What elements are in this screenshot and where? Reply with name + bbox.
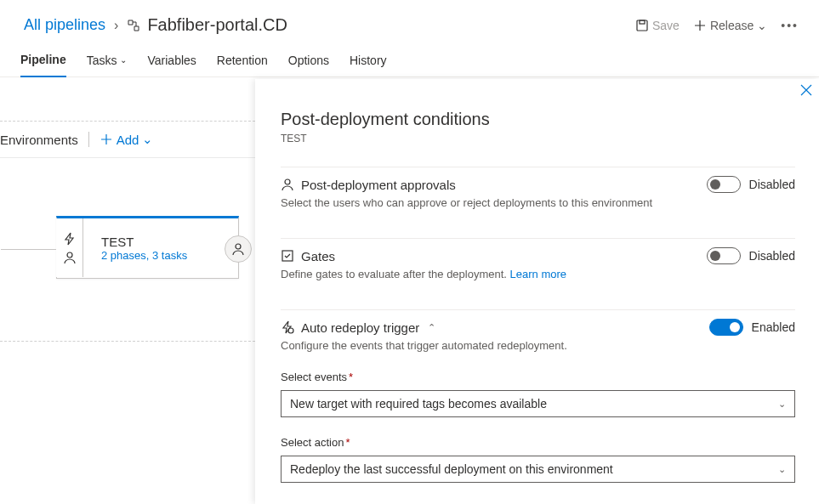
more-actions-button[interactable]: •••	[781, 19, 799, 32]
environments-header: Environments Add ⌄	[0, 121, 255, 158]
select-events-value: New target with required tags becomes av…	[290, 397, 547, 411]
required-indicator: *	[345, 436, 350, 449]
stage-card-test[interactable]: TEST 2 phases, 3 tasks	[56, 216, 239, 279]
tab-pipeline[interactable]: Pipeline	[20, 43, 66, 77]
redeploy-toggle-wrap: Enabled	[709, 319, 795, 336]
plus-icon	[693, 19, 707, 32]
breadcrumb-root-link[interactable]: All pipelines	[24, 16, 105, 34]
svg-rect-0	[637, 20, 647, 31]
pipeline-canvas: Environments Add ⌄ TEST 2 phases, 3 task…	[0, 93, 255, 504]
post-deployment-panel: Post-deployment conditions TEST Post-dep…	[255, 79, 819, 504]
environments-label: Environments	[0, 133, 78, 147]
add-environment-button[interactable]: Add ⌄	[100, 132, 154, 147]
person-icon	[63, 251, 77, 264]
panel-subtitle: TEST	[281, 133, 795, 144]
select-events-label: Select events*	[281, 371, 795, 383]
gates-learn-more-link[interactable]: Learn more	[510, 268, 566, 280]
trigger-icon	[63, 232, 77, 246]
approvals-toggle-wrap: Disabled	[707, 176, 795, 193]
svg-rect-1	[640, 20, 645, 24]
canvas-divider	[0, 341, 255, 342]
required-indicator: *	[349, 371, 353, 383]
redeploy-icon	[281, 320, 294, 334]
pipeline-title-text: Fabfiber-portal.CD	[147, 15, 287, 35]
chevron-down-icon: ⌄	[142, 132, 153, 147]
gates-title-text: Gates	[301, 249, 335, 263]
save-icon	[635, 19, 649, 32]
chevron-down-icon: ⌄	[757, 19, 767, 32]
pipeline-icon	[127, 19, 140, 32]
stage-name: TEST	[101, 235, 187, 249]
section-approvals-header: Post-deployment approvals Disabled	[281, 176, 795, 193]
section-auto-redeploy: Auto redeploy trigger ⌃ Enabled Configur…	[281, 309, 795, 496]
save-label: Save	[652, 19, 680, 32]
tab-options[interactable]: Options	[288, 43, 329, 77]
pre-deployment-conditions-button[interactable]	[56, 218, 83, 277]
select-events-dropdown[interactable]: New target with required tags becomes av…	[281, 390, 795, 417]
add-label: Add	[117, 133, 139, 147]
svg-point-6	[288, 328, 293, 333]
chevron-down-icon: ⌄	[778, 399, 786, 410]
gates-toggle-wrap: Disabled	[707, 247, 795, 264]
approvals-title-text: Post-deployment approvals	[301, 178, 456, 192]
section-gates: Gates Disabled Define gates to evaluate …	[281, 238, 795, 294]
tab-retention[interactable]: Retention	[217, 43, 268, 77]
redeploy-description: Configure the events that trigger automa…	[281, 339, 795, 352]
approvals-toggle[interactable]	[707, 176, 741, 193]
gate-icon	[281, 249, 294, 263]
plus-icon	[100, 133, 113, 146]
gates-description: Define gates to evaluate after the deplo…	[281, 268, 795, 280]
redeploy-title-text: Auto redeploy trigger	[301, 320, 419, 335]
person-icon	[231, 242, 245, 256]
post-deployment-conditions-button[interactable]	[225, 235, 252, 263]
person-icon	[281, 178, 294, 191]
release-label: Release	[710, 19, 754, 32]
close-icon	[800, 84, 812, 96]
chevron-down-icon: ⌄	[778, 464, 786, 475]
gates-toggle[interactable]	[707, 247, 741, 264]
section-approvals-title[interactable]: Post-deployment approvals	[281, 178, 456, 192]
approvals-description: Select the users who can approve or reje…	[281, 196, 795, 209]
svg-point-4	[285, 179, 290, 184]
select-action-label-text: Select action	[281, 436, 344, 449]
stage-body: TEST 2 phases, 3 tasks	[101, 235, 187, 262]
approvals-toggle-state: Disabled	[749, 178, 795, 191]
gates-desc-text: Define gates to evaluate after the deplo…	[281, 268, 510, 280]
tabs: Pipeline Tasks⌄ Variables Retention Opti…	[0, 43, 819, 77]
connector-line	[1, 249, 57, 250]
redeploy-toggle[interactable]	[709, 319, 743, 336]
svg-rect-5	[282, 251, 293, 261]
tab-tasks[interactable]: Tasks⌄	[87, 43, 128, 77]
redeploy-toggle-state: Enabled	[752, 320, 795, 334]
select-action-label: Select action*	[281, 436, 795, 449]
svg-point-3	[236, 244, 241, 249]
tab-tasks-label: Tasks	[87, 54, 117, 67]
select-events-label-text: Select events	[281, 371, 347, 383]
breadcrumb: All pipelines › Fabfiber-portal.CD	[24, 15, 287, 35]
close-panel-button[interactable]	[800, 84, 812, 99]
chevron-down-icon: ⌄	[120, 55, 127, 65]
section-redeploy-header: Auto redeploy trigger ⌃ Enabled	[281, 319, 795, 336]
header-bar: All pipelines › Fabfiber-portal.CD Save …	[0, 0, 819, 43]
release-button[interactable]: Release ⌄	[693, 19, 767, 32]
breadcrumb-separator: ›	[114, 18, 118, 33]
section-gates-header: Gates Disabled	[281, 247, 795, 264]
section-gates-title[interactable]: Gates	[281, 249, 335, 263]
header-actions: Save Release ⌄ •••	[635, 19, 799, 32]
stage-tasks-link[interactable]: 2 phases, 3 tasks	[101, 249, 187, 262]
section-redeploy-title[interactable]: Auto redeploy trigger ⌃	[281, 320, 435, 335]
gates-toggle-state: Disabled	[749, 249, 795, 263]
select-action-dropdown[interactable]: Redeploy the last successful deployment …	[281, 456, 795, 483]
tab-variables[interactable]: Variables	[147, 43, 196, 77]
panel-title: Post-deployment conditions	[281, 110, 795, 129]
svg-point-2	[67, 252, 72, 258]
section-approvals: Post-deployment approvals Disabled Selec…	[281, 167, 795, 223]
chevron-up-icon: ⌃	[428, 322, 435, 333]
save-button[interactable]: Save	[635, 19, 680, 32]
select-action-value: Redeploy the last successful deployment …	[290, 462, 613, 476]
separator	[88, 132, 89, 147]
breadcrumb-title: Fabfiber-portal.CD	[127, 15, 287, 35]
tab-history[interactable]: History	[350, 43, 387, 77]
